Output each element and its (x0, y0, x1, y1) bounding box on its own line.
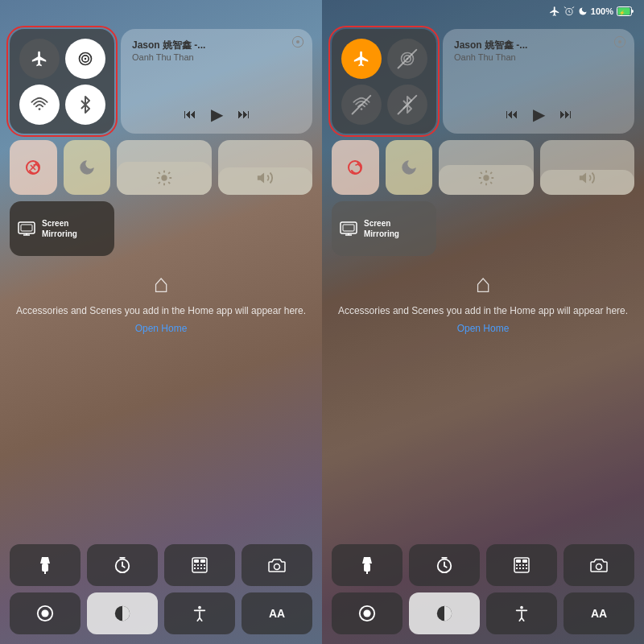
svg-line-45 (569, 12, 570, 13)
svg-point-38 (275, 564, 280, 570)
svg-rect-72 (364, 564, 370, 572)
left-camera-button[interactable] (242, 544, 312, 586)
left-home-section: ⌂ Accessories and Scenes you add in the … (0, 262, 322, 341)
right-cellular-button[interactable] (387, 39, 427, 79)
left-prev-button[interactable]: ⏮ (184, 107, 196, 122)
left-invert-button[interactable] (87, 592, 158, 634)
svg-line-47 (572, 7, 574, 8)
svg-rect-88 (526, 568, 527, 569)
left-connectivity-block[interactable] (10, 29, 114, 134)
left-calculator-button[interactable] (164, 544, 235, 586)
left-airplane-button[interactable] (19, 39, 60, 79)
right-volume-slider[interactable] (540, 140, 634, 195)
svg-point-40 (41, 609, 48, 617)
right-bluetooth-button[interactable] (387, 85, 427, 125)
right-text-size-button[interactable]: AA (564, 592, 634, 634)
right-flashlight-button[interactable] (332, 544, 402, 586)
right-screen-record-button[interactable] (332, 592, 402, 634)
left-toolbar-row2: AA (10, 592, 312, 634)
right-wifi-button[interactable] (341, 85, 382, 125)
right-airplane-button[interactable] (341, 39, 382, 79)
left-home-icon: ⌂ (153, 269, 168, 299)
svg-rect-82 (519, 564, 521, 566)
right-text-size-label: AA (591, 607, 607, 620)
svg-line-66 (481, 182, 482, 184)
left-brightness-slider[interactable] (117, 140, 211, 195)
svg-rect-35 (197, 568, 199, 569)
svg-rect-83 (522, 564, 524, 566)
svg-rect-28 (194, 559, 199, 563)
left-wifi-button[interactable] (19, 85, 60, 125)
right-home-text: Accessories and Scenes you add in the Ho… (338, 303, 628, 318)
svg-line-25 (122, 566, 125, 568)
svg-rect-69 (343, 225, 354, 231)
right-status-moon-icon (578, 6, 588, 16)
left-cellular-button[interactable] (65, 39, 105, 79)
right-camera-button[interactable] (564, 544, 634, 586)
left-flashlight-button[interactable] (10, 544, 80, 586)
right-toolbar-row2: AA (332, 592, 634, 634)
right-prev-button[interactable]: ⏮ (506, 107, 518, 122)
left-screen-record-button[interactable] (10, 592, 80, 634)
left-next-button[interactable]: ⏭ (237, 107, 250, 122)
svg-rect-33 (204, 564, 205, 566)
left-screen-mirror-button[interactable]: Screen Mirroring (10, 201, 114, 256)
left-status-bar (0, 0, 322, 23)
left-music-controls[interactable]: ⏮ ▶ ⏭ (132, 105, 301, 124)
right-home-icon: ⌂ (475, 269, 490, 299)
svg-line-12 (159, 172, 160, 174)
right-bottom-toolbar: AA (322, 538, 644, 644)
svg-rect-29 (200, 559, 205, 563)
svg-point-93 (520, 606, 523, 609)
right-podcast-icon (613, 35, 626, 52)
right-rotation-lock-button[interactable] (332, 140, 379, 195)
svg-rect-80 (522, 559, 527, 563)
right-play-button[interactable]: ▶ (533, 105, 545, 124)
left-dnd-button[interactable] (64, 140, 111, 195)
right-dnd-button[interactable] (386, 140, 433, 195)
left-play-button[interactable]: ▶ (211, 105, 223, 124)
svg-rect-31 (197, 564, 199, 566)
svg-point-3 (38, 108, 40, 110)
left-open-home-link[interactable]: Open Home (135, 323, 188, 334)
right-music-artist: Oanh Thu Than (454, 52, 623, 62)
svg-line-13 (168, 182, 170, 184)
right-mirror-label: Screen Mirroring (364, 218, 399, 239)
right-timer-button[interactable] (409, 544, 480, 586)
svg-marker-67 (580, 173, 586, 184)
left-music-block[interactable]: Jason 姚智鑫 -... Oanh Thu Than ⏮ ▶ ⏭ (121, 29, 312, 134)
right-connectivity-block[interactable] (332, 29, 436, 134)
left-music-title: Jason 姚智鑫 -... (132, 39, 301, 52)
left-panel: Jason 姚智鑫 -... Oanh Thu Than ⏮ ▶ ⏭ (0, 0, 322, 644)
right-screen-mirror-button[interactable]: Screen Mirroring (332, 201, 436, 256)
left-top-row: Jason 姚智鑫 -... Oanh Thu Than ⏮ ▶ ⏭ (10, 29, 312, 134)
left-text-size-button[interactable]: AA (242, 592, 312, 634)
right-invert-button[interactable] (409, 592, 480, 634)
svg-rect-84 (526, 564, 527, 566)
left-mirror-label: Screen Mirroring (42, 218, 77, 239)
svg-rect-36 (200, 568, 202, 569)
right-music-block[interactable]: Jason 姚智鑫 -... Oanh Thu Than ⏮ ▶ ⏭ (443, 29, 634, 134)
svg-point-91 (363, 609, 370, 617)
left-accessibility-button[interactable] (164, 592, 235, 634)
left-bluetooth-button[interactable] (65, 85, 105, 125)
right-open-home-link[interactable]: Open Home (457, 323, 510, 334)
left-rotation-lock-button[interactable] (10, 140, 57, 195)
left-music-info: Jason 姚智鑫 -... Oanh Thu Than (132, 39, 301, 62)
svg-marker-16 (258, 173, 264, 184)
svg-point-5 (296, 40, 299, 43)
right-status-airplane-icon (549, 6, 560, 17)
right-calculator-button[interactable] (486, 544, 557, 586)
svg-rect-86 (519, 568, 521, 569)
right-accessibility-button[interactable] (486, 592, 557, 634)
left-volume-slider[interactable] (218, 140, 312, 195)
right-music-controls[interactable]: ⏮ ▶ ⏭ (454, 105, 623, 124)
right-next-button[interactable]: ⏭ (559, 107, 572, 122)
svg-line-63 (481, 172, 482, 174)
right-music-title: Jason 姚智鑫 -... (454, 39, 623, 52)
svg-rect-81 (516, 564, 518, 566)
right-brightness-slider[interactable] (439, 140, 533, 195)
right-status-icons: 100% ⚡ (549, 6, 634, 17)
left-timer-button[interactable] (87, 544, 158, 586)
svg-text:⚡: ⚡ (619, 10, 625, 16)
